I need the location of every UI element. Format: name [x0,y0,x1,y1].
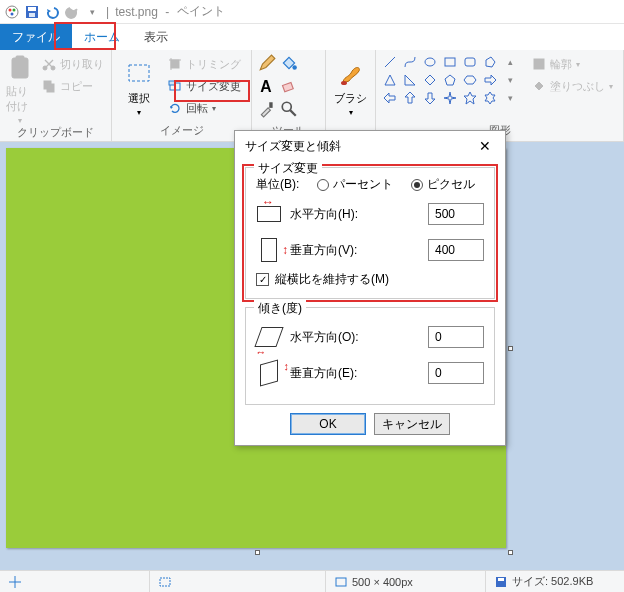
skew-vertical-input[interactable] [428,362,484,384]
svg-rect-12 [47,84,54,92]
resize-button[interactable]: サイズ変更 [164,76,245,96]
svg-marker-39 [464,92,476,104]
shape-triangle-icon[interactable] [382,72,398,88]
svg-marker-28 [486,57,495,67]
shape-arrow-right-icon[interactable] [482,72,498,88]
group-image: 選択 ▾ トリミング サイズ変更 回転 ▾ イメージ [112,50,252,141]
svg-marker-36 [405,92,415,103]
shape-hexagon-icon[interactable] [462,72,478,88]
rotate-button[interactable]: 回転 ▾ [164,98,245,118]
svg-point-23 [341,81,347,85]
ok-button[interactable]: OK [290,413,366,435]
selection-size-icon [158,575,172,589]
handle-corner[interactable] [508,550,513,555]
close-icon[interactable]: ✕ [473,136,497,156]
qat-dropdown-icon[interactable]: ▾ [84,4,100,20]
tab-view[interactable]: 表示 [132,24,180,50]
group-shapes: ▴ ▾ ▾ 輪郭▾ [376,50,624,141]
cursor-pos-icon [8,575,22,589]
save-icon[interactable] [24,4,40,20]
vertical-input[interactable] [428,239,484,261]
shape-arrow-left-icon[interactable] [382,90,398,106]
svg-rect-44 [160,578,170,586]
group-image-label: イメージ [118,123,245,139]
shape-arrow-up-icon[interactable] [402,90,418,106]
undo-icon[interactable] [44,4,60,20]
svg-point-1 [9,8,12,11]
pencil-icon[interactable] [258,54,276,75]
shape-star6-icon[interactable] [482,90,498,106]
handle-bottom[interactable] [255,550,260,555]
svg-marker-29 [385,75,395,85]
brush-label: ブラシ [334,91,367,106]
status-dimensions-text: 500 × 400px [352,576,413,588]
aspect-checkbox[interactable]: ✓ [256,273,269,286]
horizontal-input[interactable] [428,203,484,225]
outline-button: 輪郭▾ [528,54,617,74]
svg-marker-37 [425,93,435,104]
filesize-icon [494,575,508,589]
svg-rect-20 [269,102,272,108]
svg-line-24 [385,57,395,67]
text-icon[interactable]: A [258,77,276,98]
shape-curve-icon[interactable] [402,54,418,70]
shape-rect-icon[interactable] [442,54,458,70]
handle-right[interactable] [508,346,513,351]
shape-scroll-up-icon[interactable]: ▴ [502,54,518,70]
status-bar: 500 × 400px サイズ: 502.9KB [0,570,624,592]
tab-home[interactable]: ホーム [72,24,132,50]
brush-button[interactable]: ブラシ ▾ [332,54,369,123]
unit-label: 単位(B): [256,176,299,193]
horizontal-dim-icon [256,199,282,229]
paste-button: 貼り付け ▾ [6,54,34,125]
fill-label: 塗りつぶし [550,79,605,94]
shape-scroll-down-icon[interactable]: ▾ [502,72,518,88]
shape-star5-icon[interactable] [462,90,478,106]
title-dash: - [162,5,173,19]
shapes-gallery[interactable]: ▴ ▾ ▾ [382,54,518,123]
svg-rect-27 [465,58,475,66]
radio-percent-label: パーセント [333,176,393,193]
svg-rect-8 [16,56,24,61]
svg-rect-47 [498,578,504,581]
shape-line-icon[interactable] [382,54,398,70]
resize-legend: サイズ変更 [254,160,322,177]
shape-star4-icon[interactable] [442,90,458,106]
svg-marker-40 [485,92,495,104]
shape-roundrect-icon[interactable] [462,54,478,70]
shape-pentagon-icon[interactable] [442,72,458,88]
picker-icon[interactable] [258,100,276,121]
tab-file[interactable]: ファイル [0,24,72,50]
status-filesize-text: サイズ: 502.9KB [512,574,593,589]
title-bar: ▾ | test.png - ペイント [0,0,624,24]
shape-arrow-down-icon[interactable] [422,90,438,106]
svg-rect-45 [336,578,346,586]
shape-oval-icon[interactable] [422,54,438,70]
group-clipboard: 貼り付け ▾ 切り取り コピー クリップボード [0,50,112,141]
ribbon-tabs: ファイル ホーム 表示 [0,24,624,50]
aspect-label: 縦横比を維持する(M) [275,271,389,288]
select-button[interactable]: 選択 ▾ [118,54,160,123]
radio-pixel[interactable]: ピクセル [411,176,475,193]
cut-button: 切り取り [38,54,108,74]
fill-icon[interactable] [280,54,298,75]
svg-rect-16 [169,81,175,85]
svg-marker-30 [405,75,415,85]
title-separator: | [106,5,109,19]
shape-diamond-icon[interactable] [422,72,438,88]
shape-polygon-icon[interactable] [482,54,498,70]
eraser-icon[interactable] [280,77,298,98]
radio-percent[interactable]: パーセント [317,176,393,193]
select-label: 選択 [128,91,150,106]
group-tools: A ツール [252,50,326,141]
skew-legend: 傾き(度) [254,300,306,317]
cancel-button[interactable]: キャンセル [374,413,450,435]
svg-point-0 [6,6,18,18]
copy-label: コピー [60,79,93,94]
shape-more-icon[interactable]: ▾ [502,90,518,106]
svg-point-25 [425,58,435,66]
magnifier-icon[interactable] [280,100,298,121]
status-dimensions: 500 × 400px [326,571,486,592]
shape-rtriangle-icon[interactable] [402,72,418,88]
skew-horizontal-input[interactable] [428,326,484,348]
